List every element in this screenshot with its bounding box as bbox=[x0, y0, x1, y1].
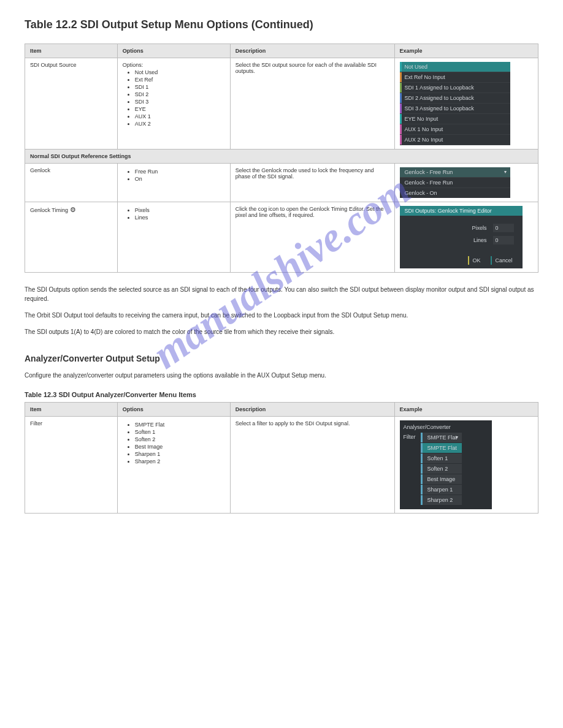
cell-description: Select a filter to apply to the SDI Outp… bbox=[230, 417, 394, 514]
table-subheader-row: Normal SDI Output Reference Settings bbox=[25, 150, 538, 164]
option-item: AUX 2 bbox=[135, 121, 225, 127]
option-item: On bbox=[135, 176, 225, 182]
genlock-dropdown-screenshot: Genlock - Free Run Genlock - Free Run Ge… bbox=[400, 167, 510, 198]
th-description: Description bbox=[230, 44, 394, 58]
option-item: Lines bbox=[135, 214, 225, 221]
options-label: Options: bbox=[123, 62, 225, 68]
option-item: Soften 1 bbox=[135, 429, 225, 435]
subheader-normal-ref: Normal SDI Output Reference Settings bbox=[25, 150, 538, 164]
cell-example: Analyser/Converter Filter SMPTE Flat SMP… bbox=[394, 417, 538, 514]
genlock-timing-label: Genlock Timing bbox=[30, 207, 68, 213]
cell-example: SDI Outputs: Genlock Timing Editor Pixel… bbox=[394, 202, 538, 273]
table-caption-1: Table 12.2 SDI Output Setup Menu Options… bbox=[25, 18, 538, 31]
source-list-screenshot: Not Used Ext Ref No Input SDI 1 Assigned… bbox=[400, 62, 510, 145]
option-item: Sharpen 1 bbox=[135, 451, 225, 457]
table-row: Genlock Timing ⚙ Pixels Lines Click the … bbox=[25, 202, 538, 273]
filter-screenshot: Analyser/Converter Filter SMPTE Flat SMP… bbox=[400, 420, 492, 509]
source-option-sdi3[interactable]: SDI 3 Assigned to Loopback bbox=[400, 104, 510, 114]
cancel-button[interactable]: Cancel bbox=[491, 256, 516, 265]
th-example: Example bbox=[394, 403, 538, 417]
source-option-aux2[interactable]: AUX 2 No Input bbox=[400, 135, 510, 145]
filter-label: Filter bbox=[404, 433, 416, 506]
source-option-not-used[interactable]: Not Used bbox=[400, 62, 510, 72]
table-row: Filter SMPTE Flat Soften 1 Soften 2 Best… bbox=[25, 417, 538, 514]
table-row: Genlock Free Run On Select the Genlock m… bbox=[25, 164, 538, 202]
source-option-sdi1[interactable]: SDI 1 Assigned to Loopback bbox=[400, 83, 510, 93]
body-para-3: The SDI outputs 1(A) to 4(D) are colored… bbox=[25, 327, 538, 336]
filter-option-soften2[interactable]: Soften 2 bbox=[421, 464, 462, 474]
option-item: Not Used bbox=[135, 69, 225, 75]
option-item: SMPTE Flat bbox=[135, 422, 225, 428]
cell-options: Pixels Lines bbox=[117, 202, 230, 273]
table-sdi-output-setup: Item Options Description Example SDI Out… bbox=[25, 44, 538, 273]
cell-item: Genlock bbox=[25, 164, 118, 202]
analyzer-para: Configure the analyzer/converter output … bbox=[25, 371, 538, 380]
source-option-ext-ref[interactable]: Ext Ref No Input bbox=[400, 72, 510, 83]
cell-options: Options: Not Used Ext Ref SDI 1 SDI 2 SD… bbox=[117, 58, 230, 150]
source-option-eye[interactable]: EYE No Input bbox=[400, 114, 510, 124]
th-options: Options bbox=[117, 403, 230, 417]
table-analyzer-converter: Item Options Description Example Filter … bbox=[25, 402, 538, 514]
body-para-2: The Orbit SDI Output tool defaults to re… bbox=[25, 311, 538, 320]
th-description: Description bbox=[230, 403, 394, 417]
lines-input[interactable] bbox=[493, 236, 514, 245]
option-item: Pixels bbox=[135, 207, 225, 213]
table-caption-2: Table 12.3 SDI Output Analyzer/Converter… bbox=[25, 391, 538, 398]
cell-example: Not Used Ext Ref No Input SDI 1 Assigned… bbox=[394, 58, 538, 150]
body-para-1: The SDI Outputs option sends the selecte… bbox=[25, 285, 538, 303]
cell-item: Genlock Timing ⚙ bbox=[25, 202, 118, 273]
option-item: Best Image bbox=[135, 444, 225, 450]
cell-description: Select the SDI output source for each of… bbox=[230, 58, 394, 150]
filter-option-best-image[interactable]: Best Image bbox=[421, 474, 462, 484]
filter-option-smpte-flat[interactable]: SMPTE Flat bbox=[421, 443, 462, 453]
table-row: SDI Output Source Options: Not Used Ext … bbox=[25, 58, 538, 150]
field-label-lines: Lines bbox=[473, 237, 487, 243]
th-options: Options bbox=[117, 44, 230, 58]
option-item: SDI 1 bbox=[135, 84, 225, 90]
option-item: EYE bbox=[135, 106, 225, 112]
cell-item: Filter bbox=[25, 417, 118, 514]
source-option-sdi2[interactable]: SDI 2 Assigned to Loopback bbox=[400, 93, 510, 104]
genlock-option-freerun[interactable]: Genlock - Free Run bbox=[400, 177, 510, 188]
filter-option-sharpen1[interactable]: Sharpen 1 bbox=[421, 485, 462, 495]
option-item: Ext Ref bbox=[135, 77, 225, 83]
th-item: Item bbox=[25, 403, 118, 417]
cell-example: Genlock - Free Run Genlock - Free Run Ge… bbox=[394, 164, 538, 202]
cell-options: SMPTE Flat Soften 1 Soften 2 Best Image … bbox=[117, 417, 230, 514]
analyzer-heading: Analyzer/Converter Output Setup bbox=[25, 354, 538, 363]
th-example: Example bbox=[394, 44, 538, 58]
genlock-option-on[interactable]: Genlock - On bbox=[400, 188, 510, 198]
filter-panel-title: Analyser/Converter bbox=[404, 424, 488, 430]
filter-option-soften1[interactable]: Soften 1 bbox=[421, 453, 462, 463]
cell-description: Select the Genlock mode used to lock the… bbox=[230, 164, 394, 202]
gear-icon: ⚙ bbox=[70, 206, 76, 214]
ok-button[interactable]: OK bbox=[468, 256, 484, 265]
cell-item: SDI Output Source bbox=[25, 58, 118, 150]
th-item: Item bbox=[25, 44, 118, 58]
option-item: SDI 2 bbox=[135, 91, 225, 97]
cell-options: Free Run On bbox=[117, 164, 230, 202]
option-item: SDI 3 bbox=[135, 99, 225, 105]
filter-dropdown-header[interactable]: SMPTE Flat bbox=[421, 433, 462, 442]
cell-description: Click the cog icon to open the Genlock T… bbox=[230, 202, 394, 273]
filter-option-sharpen2[interactable]: Sharpen 2 bbox=[421, 495, 462, 505]
option-item: Sharpen 2 bbox=[135, 458, 225, 464]
field-label-pixels: Pixels bbox=[472, 225, 487, 231]
option-item: Soften 2 bbox=[135, 436, 225, 442]
option-item: AUX 1 bbox=[135, 113, 225, 119]
genlock-timing-editor-screenshot: SDI Outputs: Genlock Timing Editor Pixel… bbox=[400, 206, 523, 268]
option-item: Free Run bbox=[135, 169, 225, 175]
pixels-input[interactable] bbox=[493, 224, 514, 232]
panel-title: SDI Outputs: Genlock Timing Editor bbox=[400, 206, 523, 216]
genlock-dropdown-header[interactable]: Genlock - Free Run bbox=[400, 167, 510, 177]
source-option-aux1[interactable]: AUX 1 No Input bbox=[400, 124, 510, 135]
